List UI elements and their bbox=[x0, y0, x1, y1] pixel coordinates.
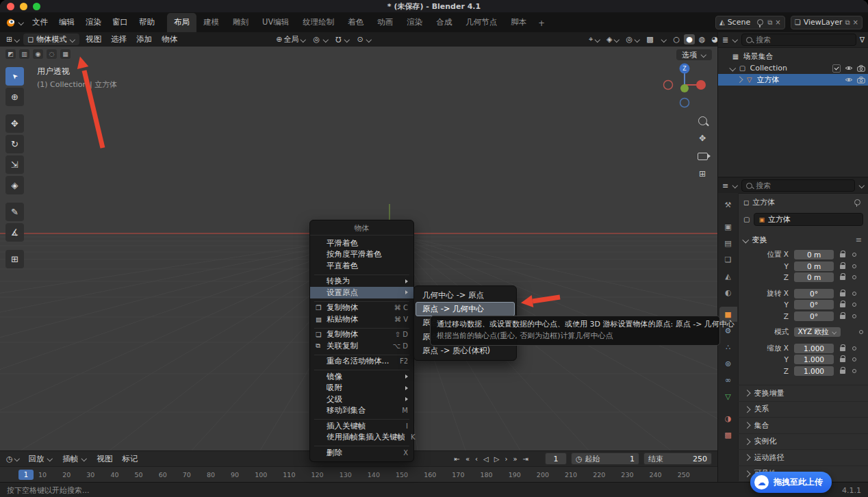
lock-icon[interactable] bbox=[840, 303, 845, 307]
shading-dropdown[interactable] bbox=[658, 34, 669, 44]
lock-icon[interactable] bbox=[840, 370, 845, 374]
pivot-point-dropdown[interactable]: ◎ bbox=[311, 34, 331, 45]
lock-icon[interactable] bbox=[840, 292, 845, 296]
context-menu-item[interactable]: 吸附 bbox=[310, 383, 413, 394]
context-menu-item[interactable]: 删除 X bbox=[310, 447, 413, 459]
animate-dot-icon[interactable] bbox=[852, 292, 856, 296]
animate-dot-icon[interactable] bbox=[852, 314, 856, 318]
close-scene-icon[interactable]: × bbox=[775, 18, 780, 26]
animate-dot-icon[interactable] bbox=[852, 264, 856, 268]
pin-scene-icon[interactable] bbox=[757, 19, 763, 25]
timeline-menu[interactable]: 回放 bbox=[24, 453, 58, 466]
animate-dot-icon[interactable] bbox=[852, 275, 856, 279]
frame-end-field[interactable]: 结束 250 bbox=[643, 453, 712, 465]
viewport-menu[interactable]: 视图 bbox=[81, 33, 106, 46]
workspace-tab[interactable]: 雕刻 bbox=[226, 13, 255, 32]
tab-material[interactable]: ◑ bbox=[719, 411, 737, 426]
tool-add-cube[interactable]: ⊞ bbox=[5, 250, 24, 268]
upload-drop-button[interactable]: ☁ 拖拽至此上传 bbox=[750, 472, 832, 493]
hide-eye-icon[interactable] bbox=[845, 77, 853, 83]
outliner-editor-icon[interactable]: ≣ bbox=[722, 36, 728, 44]
disable-render-camera-icon[interactable] bbox=[857, 65, 865, 72]
lock-icon[interactable] bbox=[840, 358, 845, 362]
tab-texture[interactable]: ▩ bbox=[719, 427, 737, 442]
workspace-tab[interactable]: 合成 bbox=[429, 13, 459, 32]
tool-measure[interactable]: ∡ bbox=[5, 223, 24, 242]
minimize-window-button[interactable] bbox=[20, 3, 27, 10]
menubar-menu[interactable]: 文件 bbox=[27, 15, 53, 29]
pin-id-icon[interactable] bbox=[854, 199, 860, 205]
context-menu-item[interactable]: ▤ 粘贴物体 ⌘ V bbox=[310, 314, 413, 325]
value-field[interactable]: 1.000 bbox=[794, 344, 834, 353]
tool-annotate[interactable]: ✎ bbox=[5, 203, 24, 221]
viewport-menu[interactable]: 添加 bbox=[131, 33, 157, 46]
timeline-menu[interactable]: 视图 bbox=[92, 453, 118, 466]
viewport-corner-icon[interactable]: ◩ bbox=[5, 49, 16, 59]
next-frame-button[interactable]: › bbox=[505, 455, 507, 463]
workspace-tab[interactable]: 渲染 bbox=[400, 13, 429, 32]
timeline-ruler[interactable]: 1020304050607080901001101201301401501601… bbox=[0, 466, 717, 483]
transform-orientation-dropdown[interactable]: ⊕全局 bbox=[274, 34, 308, 45]
workspace-tab[interactable]: 建模 bbox=[196, 13, 226, 32]
zoom-icon[interactable] bbox=[697, 115, 708, 126]
submenu-item[interactable]: 原点 -> 几何中心 bbox=[416, 302, 515, 316]
context-menu-item[interactable]: ❏ 复制物体 ⇧ D bbox=[310, 329, 413, 341]
snap-magnet-icon[interactable]: Ω bbox=[333, 34, 352, 45]
new-view-layer-icon[interactable]: ⧉ bbox=[845, 18, 850, 27]
mode-selector[interactable]: ◻ 物体模式 bbox=[23, 34, 79, 45]
viewport-corner-icon[interactable]: ◉ bbox=[33, 49, 43, 59]
context-menu-item[interactable]: ⧉ 关联复制 ⌥ D bbox=[310, 340, 413, 352]
exclude-checkbox[interactable] bbox=[832, 64, 841, 73]
properties-search-input[interactable]: 搜索 bbox=[741, 179, 855, 192]
context-menu-item[interactable]: 使用插帧集插入关键帧 K bbox=[310, 432, 413, 444]
timeline-menu[interactable]: 标记 bbox=[118, 453, 143, 466]
expand-chevron-icon[interactable] bbox=[737, 77, 743, 83]
current-frame-field[interactable]: 1 bbox=[545, 453, 567, 465]
viewport-corner-icon[interactable]: ◌ bbox=[47, 49, 57, 59]
blender-logo-icon[interactable] bbox=[5, 17, 24, 27]
viewport-corner-icon[interactable]: ▦ bbox=[60, 49, 71, 59]
context-menu-item[interactable]: 平直着色 bbox=[310, 260, 413, 272]
hide-eye-icon[interactable] bbox=[845, 65, 853, 71]
playhead[interactable]: 1 bbox=[18, 470, 34, 480]
value-field[interactable]: 0° bbox=[794, 300, 834, 309]
menubar-menu[interactable]: 窗口 bbox=[107, 15, 133, 29]
close-view-layer-icon[interactable]: × bbox=[853, 18, 858, 26]
prev-frame-button[interactable]: ‹ bbox=[475, 455, 478, 463]
context-menu-item[interactable]: 插入关键帧 I bbox=[310, 420, 413, 432]
play-reverse-button[interactable]: ◁ bbox=[483, 455, 489, 463]
value-field[interactable]: 0 m bbox=[794, 250, 834, 259]
pan-hand-icon[interactable]: ✥ bbox=[697, 133, 708, 144]
collapsed-section[interactable]: 集合 bbox=[738, 417, 868, 433]
workspace-tab[interactable]: 脚本 bbox=[504, 13, 533, 32]
tab-world[interactable]: ◐ bbox=[719, 285, 737, 300]
lock-icon[interactable] bbox=[840, 347, 845, 351]
outliner-search-input[interactable]: 搜索 bbox=[741, 34, 856, 46]
viewport-corner-icon[interactable]: ▥ bbox=[19, 49, 29, 59]
tool-transform[interactable]: ◈ bbox=[5, 176, 24, 194]
context-menu-item[interactable]: 镜像 bbox=[310, 371, 413, 383]
camera-view-icon[interactable] bbox=[697, 151, 708, 162]
context-menu-item[interactable]: 重命名活动物体... F2 bbox=[310, 356, 413, 368]
shading-material-icon[interactable]: ◍ bbox=[697, 34, 708, 44]
submenu-item[interactable]: 几何中心 -> 原点 bbox=[416, 288, 515, 302]
workspace-tab[interactable]: 几何节点 bbox=[459, 13, 504, 32]
animate-dot-icon[interactable] bbox=[852, 346, 856, 351]
animate-dot-icon[interactable] bbox=[852, 253, 856, 257]
options-button[interactable]: 选项 bbox=[676, 49, 712, 60]
lock-icon[interactable] bbox=[840, 315, 845, 319]
value-field[interactable]: 0° bbox=[794, 289, 834, 298]
lock-icon[interactable] bbox=[840, 253, 845, 257]
collapsed-section[interactable]: 关系 bbox=[738, 401, 868, 418]
animate-dot-icon[interactable] bbox=[859, 330, 863, 334]
xray-toggle[interactable]: ▩ bbox=[644, 34, 655, 44]
value-field[interactable]: 0 m bbox=[794, 272, 834, 282]
tool-move[interactable]: ✥ bbox=[5, 114, 24, 133]
tool-rotate[interactable]: ↻ bbox=[5, 135, 24, 153]
tab-render[interactable]: ▣ bbox=[719, 219, 737, 234]
workspace-tab[interactable]: 动画 bbox=[370, 13, 400, 32]
workspace-tab[interactable]: UV编辑 bbox=[255, 13, 296, 32]
workspace-tab[interactable]: 布局 bbox=[167, 13, 196, 32]
context-menu-item[interactable]: ❐ 复制物体 ⌘ C bbox=[310, 303, 413, 314]
animate-dot-icon[interactable] bbox=[852, 303, 856, 307]
